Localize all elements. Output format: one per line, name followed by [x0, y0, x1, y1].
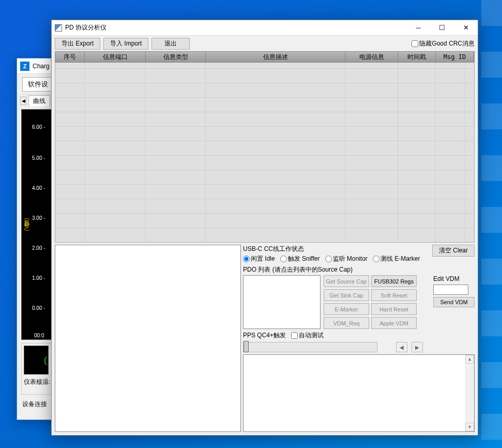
hide-crc-label: 隐藏Good CRC消息 [419, 39, 475, 48]
col-ts[interactable]: 时间戳 [398, 52, 436, 62]
slider-thumb[interactable] [244, 341, 249, 352]
y-tick: 5.00 [32, 155, 45, 161]
app-icon [55, 24, 62, 32]
y-axis-label: 伏特(Volt) [23, 218, 31, 231]
autotest-checkbox[interactable]: 自动测试 [291, 331, 324, 340]
pdo-list-title: PDO 列表 (请点击列表中的Source Cap) [243, 265, 475, 274]
vdm-req-button[interactable]: VDM_Req [324, 317, 369, 329]
bg-software-settings-button[interactable]: 软件设 [22, 77, 54, 92]
pps-title: PPS QC4+触发 [243, 331, 286, 340]
col-desc[interactable]: 信息描述 [206, 52, 345, 62]
bg-window-title: Charg [33, 63, 50, 70]
minimize-button[interactable]: ─ [406, 20, 430, 36]
col-power[interactable]: 电源信息 [345, 52, 398, 62]
scroll-up-icon[interactable]: ▲ [465, 355, 474, 364]
pdo-listbox[interactable] [243, 275, 321, 329]
log-scrollbar[interactable]: ▲ ▼ [465, 355, 474, 431]
slider-right-button[interactable]: ▶ [412, 342, 423, 352]
exit-button[interactable]: 退出 [151, 38, 190, 50]
titlebar[interactable]: PD 协议分析仪 ─ ☐ ✕ [52, 20, 478, 36]
y-tick: 2.00 [32, 245, 45, 251]
meter-display: ( [24, 346, 49, 375]
radio-emarker[interactable]: 测线 E-Marker [373, 255, 420, 263]
export-button[interactable]: 导出 Export [55, 38, 100, 50]
x-tick: 00:0 [34, 333, 44, 338]
hard-reset-button[interactable]: Hard Reset [371, 303, 417, 315]
tab-curve[interactable]: 曲线 [28, 95, 50, 107]
message-table-body[interactable] [55, 63, 475, 243]
y-tick: 4.00 [32, 185, 45, 191]
apple-vdm-button[interactable]: Apple VDM [371, 317, 417, 329]
send-vdm-button[interactable]: Send VDM [433, 297, 475, 307]
clear-button[interactable]: 清空 Clear [432, 245, 475, 257]
get-source-cap-button[interactable]: Get Source Cap [324, 275, 369, 287]
y-tick: 3.00 [32, 215, 45, 221]
cc-status-title: USB-C CC线工作状态 [243, 245, 429, 253]
left-panel[interactable] [55, 245, 241, 432]
pps-slider[interactable] [243, 342, 377, 352]
edit-vdm-input[interactable] [433, 285, 468, 295]
fusb302-regs-button[interactable]: FUSB302 Regs [371, 275, 417, 287]
y-tick: 1.00 [32, 275, 45, 281]
hide-crc-checkbox[interactable]: 隐藏Good CRC消息 [412, 39, 475, 48]
import-button[interactable]: 导入 Import [103, 38, 148, 50]
edit-vdm-label: Edit VDM [433, 275, 475, 282]
radio-monitor[interactable]: 监听 Monitor [325, 255, 368, 263]
message-table-header: 序号 信息端口 信息类型 信息描述 电源信息 时间戳 Msg ID [55, 51, 475, 63]
get-sink-cap-button[interactable]: Get Sink Cap [324, 289, 369, 301]
col-port[interactable]: 信息端口 [85, 52, 146, 62]
y-tick: 6.00 [32, 124, 45, 130]
radio-sniffer[interactable]: 触发 Sniffer [280, 255, 320, 263]
col-seq[interactable]: 序号 [55, 52, 85, 62]
scroll-down-icon[interactable]: ▼ [465, 423, 474, 431]
tab-scroll-left[interactable]: ◀ [20, 97, 26, 105]
pd-analyzer-window: PD 协议分析仪 ─ ☐ ✕ 导出 Export 导入 Import 退出 隐藏… [51, 20, 478, 436]
soft-reset-button[interactable]: Soft Reset [371, 289, 417, 301]
slider-left-button[interactable]: ◀ [396, 342, 407, 352]
col-msgid[interactable]: Msg ID [436, 52, 474, 62]
window-title: PD 协议分析仪 [65, 23, 107, 32]
radio-idle[interactable]: 闲置 Idle [243, 255, 275, 263]
emarker-button[interactable]: E-Marker [324, 303, 369, 315]
col-type[interactable]: 信息类型 [146, 52, 206, 62]
hide-crc-input[interactable] [412, 40, 418, 47]
close-button[interactable]: ✕ [454, 20, 478, 36]
maximize-button[interactable]: ☐ [430, 20, 454, 36]
bg-app-icon: Z [20, 62, 29, 71]
y-tick: 0.00 [32, 305, 45, 311]
log-textarea[interactable] [244, 355, 465, 431]
